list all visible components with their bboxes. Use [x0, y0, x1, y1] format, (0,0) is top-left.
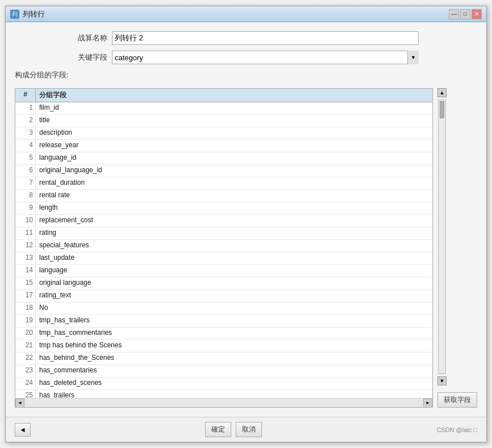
row-field: No — [36, 302, 432, 314]
table-row[interactable]: 2 title — [15, 115, 432, 127]
row-num: 4 — [15, 140, 36, 152]
row-num: 3 — [15, 127, 36, 139]
row-field: has_deleted_scenes — [36, 378, 432, 389]
restore-button[interactable]: □ — [460, 9, 470, 19]
row-field: replacement_cost — [36, 215, 432, 227]
table-row[interactable]: 17 rating_text — [15, 290, 432, 302]
row-field: rating_text — [36, 290, 432, 302]
table-row[interactable]: 13 last_update — [15, 252, 432, 265]
row-num: 5 — [15, 152, 36, 164]
watermark: CSDN @laic □ — [436, 426, 477, 433]
table-row[interactable]: 12 special_features — [15, 240, 432, 252]
content-area: 战算名称 关键字段 category ▼ 构成分组的字段: # 分组字段 — [6, 22, 486, 417]
table-row[interactable]: 25 has_trailers — [15, 390, 432, 398]
table-row[interactable]: 1 film_id — [15, 102, 432, 115]
row-num: 18 — [15, 302, 36, 314]
row-field: special_features — [36, 240, 432, 252]
main-window: 列 列转行 — □ ✕ 战算名称 关键字段 category ▼ 构成分组的字段 — [5, 6, 487, 442]
row-num: 13 — [15, 252, 36, 264]
key-label: 关键字段 — [73, 52, 107, 63]
table-row[interactable]: 24 has_deleted_scenes — [15, 378, 432, 390]
row-field: has_trailers — [36, 390, 432, 398]
nav-left-btn[interactable]: ◄ — [15, 423, 31, 437]
row-field: language — [36, 265, 432, 277]
row-num: 24 — [15, 378, 36, 389]
row-field: language_id — [36, 152, 432, 164]
table-row[interactable]: 11 rating — [15, 227, 432, 240]
row-num: 22 — [15, 352, 36, 364]
close-button[interactable]: ✕ — [472, 9, 482, 19]
table-row[interactable]: 10 replacement_cost — [15, 215, 432, 227]
name-input[interactable] — [112, 31, 419, 45]
row-num: 14 — [15, 265, 36, 277]
row-field: rental_duration — [36, 177, 432, 189]
title-bar: 列 列转行 — □ ✕ — [6, 6, 486, 22]
row-field: original_language_id — [36, 165, 432, 177]
table-row[interactable]: 22 has_behind_the_Scenes — [15, 352, 432, 365]
row-num: 9 — [15, 202, 36, 214]
row-field: length — [36, 202, 432, 214]
table-scroll-up-btn[interactable]: ▲ — [437, 88, 447, 97]
row-num: 17 — [15, 290, 36, 302]
table-row[interactable]: 7 rental_duration — [15, 177, 432, 190]
row-num: 21 — [15, 340, 36, 352]
row-num: 7 — [15, 177, 36, 189]
table-row[interactable]: 6 original_language_id — [15, 165, 432, 177]
key-select[interactable]: category — [112, 51, 419, 64]
horiz-scrollbar[interactable]: ◄ ► — [15, 398, 432, 407]
table-row[interactable]: 20 tmp_has_commentaries — [15, 327, 432, 340]
title-controls: — □ ✕ — [449, 9, 482, 19]
fields-table: # 分组字段 1 film_id 2 title 3 description 4… — [15, 88, 433, 408]
table-section: # 分组字段 1 film_id 2 title 3 description 4… — [15, 88, 477, 408]
table-row[interactable]: 14 language — [15, 265, 432, 277]
row-num: 20 — [15, 327, 36, 339]
window-title: 列转行 — [23, 9, 45, 19]
table-row[interactable]: 18 No — [15, 302, 432, 315]
cancel-button[interactable]: 取消 — [236, 422, 262, 437]
row-field: rating — [36, 227, 432, 239]
side-buttons: ▲ ▼ 获取字段 — [437, 88, 477, 408]
row-field: original language — [36, 277, 432, 289]
table-row[interactable]: 15 original language — [15, 277, 432, 290]
table-row[interactable]: 5 language_id — [15, 152, 432, 165]
table-row[interactable]: 23 has_commentaries — [15, 365, 432, 378]
row-num: 11 — [15, 227, 36, 239]
table-row[interactable]: 3 description — [15, 127, 432, 140]
horiz-scroll-left-btn[interactable]: ◄ — [15, 399, 24, 408]
get-fields-button[interactable]: 获取字段 — [437, 392, 477, 408]
bottom-center: 確定 取消 — [205, 422, 262, 437]
row-num: 2 — [15, 115, 36, 127]
row-num: 6 — [15, 165, 36, 177]
row-field: has_behind_the_Scenes — [36, 352, 432, 364]
row-num: 25 — [15, 390, 36, 398]
table-row[interactable]: 4 release_year — [15, 140, 432, 152]
table-row[interactable]: 19 tmp_has_trailers — [15, 315, 432, 327]
row-field: title — [36, 115, 432, 127]
name-label: 战算名称 — [73, 33, 107, 43]
table-row[interactable]: 8 rental rate — [15, 190, 432, 202]
key-select-wrap: category ▼ — [112, 51, 419, 64]
col-header-num: # — [15, 89, 36, 102]
minimize-button[interactable]: — — [449, 9, 459, 19]
bottom-bar: ◄ 確定 取消 CSDN @laic □ — [6, 417, 486, 442]
row-num: 1 — [15, 102, 36, 114]
row-field: tmp_has_commentaries — [36, 327, 432, 339]
table-header: # 分组字段 — [15, 89, 432, 102]
row-field: has_commentaries — [36, 365, 432, 377]
table-row[interactable]: 9 length — [15, 202, 432, 215]
row-field: release_year — [36, 140, 432, 152]
confirm-button[interactable]: 確定 — [205, 422, 231, 437]
row-field: rental rate — [36, 190, 432, 202]
table-row[interactable]: 21 tmp has behind the Scenes — [15, 340, 432, 352]
row-field: description — [36, 127, 432, 139]
col-header-field: 分组字段 — [36, 89, 432, 102]
horiz-scroll-right-btn[interactable]: ► — [423, 399, 432, 408]
table-body[interactable]: 1 film_id 2 title 3 description 4 releas… — [15, 102, 432, 398]
row-num: 12 — [15, 240, 36, 252]
row-num: 15 — [15, 277, 36, 289]
window-icon: 列 — [10, 10, 19, 19]
row-field: film_id — [36, 102, 432, 114]
table-scroll-down-btn[interactable]: ▼ — [437, 376, 447, 385]
row-num: 23 — [15, 365, 36, 377]
row-num: 19 — [15, 315, 36, 327]
